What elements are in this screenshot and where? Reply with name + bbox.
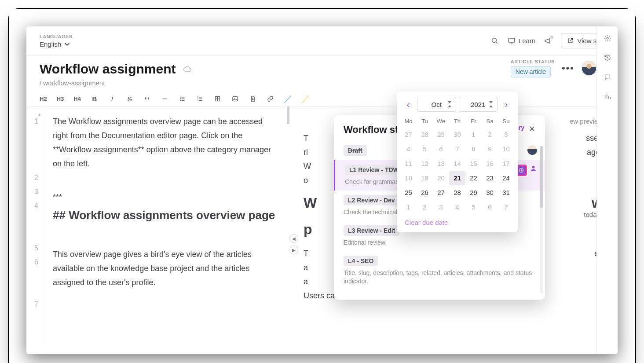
svg-text:3: 3: [198, 99, 199, 101]
calendar-day[interactable]: 28: [449, 185, 465, 200]
calendar-day[interactable]: 15: [465, 156, 482, 171]
editor-line: ***: [53, 190, 279, 204]
history-icon[interactable]: [603, 53, 612, 62]
clock-icon: [518, 167, 524, 173]
h4-button[interactable]: H4: [73, 95, 81, 102]
calendar-day[interactable]: 30: [482, 185, 498, 200]
calendar-day[interactable]: 6: [433, 142, 449, 156]
calendar-day[interactable]: 25: [400, 185, 417, 200]
dow-label: Th: [449, 115, 465, 127]
calendar-day[interactable]: 12: [417, 156, 433, 171]
language-value: English: [40, 40, 61, 48]
calendar-day[interactable]: 16: [482, 156, 498, 171]
calendar-day[interactable]: 1: [400, 200, 417, 214]
svg-point-12: [604, 95, 605, 96]
svg-point-4: [180, 100, 181, 101]
workflow-scrollbar[interactable]: [540, 146, 543, 293]
calendar-day[interactable]: 18: [400, 171, 417, 185]
calendar-day[interactable]: 24: [498, 171, 514, 185]
calendar-day[interactable]: 13: [433, 156, 449, 171]
calendar-day[interactable]: 3: [433, 200, 449, 214]
calendar-day[interactable]: 21: [449, 171, 465, 185]
ordered-list-button[interactable]: 123: [196, 95, 204, 103]
table-button[interactable]: [214, 95, 222, 103]
image-button[interactable]: [231, 95, 239, 103]
calendar-day[interactable]: 14: [449, 156, 465, 171]
calendar-day[interactable]: 11: [400, 156, 417, 171]
svg-rect-1: [509, 38, 515, 42]
calendar-day[interactable]: 1: [465, 127, 482, 142]
calendar-day[interactable]: 7: [449, 142, 465, 156]
calendar-day[interactable]: 29: [433, 127, 449, 142]
link-button[interactable]: [267, 95, 274, 103]
dow-label: Sa: [482, 115, 498, 127]
highlight-yellow-button[interactable]: ／: [302, 95, 310, 103]
calendar-day[interactable]: 27: [400, 127, 417, 142]
calendar-day[interactable]: 10: [498, 142, 514, 156]
file-button[interactable]: [249, 95, 257, 103]
calendar-day[interactable]: 30: [449, 127, 465, 142]
next-month-button[interactable]: ›: [500, 98, 512, 110]
announcements-button[interactable]: [544, 37, 552, 45]
editor-line: The Workflow assignments overview page c…: [53, 114, 279, 171]
calendar-day[interactable]: 8: [465, 142, 482, 156]
language-selector[interactable]: English: [40, 40, 73, 48]
calendar-day[interactable]: 4: [449, 200, 465, 214]
calendar-day[interactable]: 6: [482, 200, 498, 214]
clear-due-date-link[interactable]: Clear due date: [400, 214, 514, 227]
svg-point-11: [607, 37, 608, 39]
calendar-day[interactable]: 27: [433, 185, 449, 200]
formatting-toolbar: H2 H3 H4 B I S 123 ／ ／: [26, 91, 618, 106]
external-link-icon: [567, 37, 574, 44]
article-slug: / workflow-assignment: [40, 79, 604, 87]
analytics-icon[interactable]: [603, 92, 612, 101]
unordered-list-button[interactable]: [179, 95, 187, 103]
more-menu-button[interactable]: •••: [562, 62, 574, 74]
close-icon[interactable]: ✕: [529, 124, 535, 134]
stage-description: Editorial review.: [344, 238, 535, 247]
strikethrough-button[interactable]: S: [126, 95, 134, 103]
calendar-day[interactable]: 2: [482, 127, 498, 142]
month-select[interactable]: Oct: [417, 97, 456, 112]
datepicker-popup: ‹ Oct 2021 › MoTuWeThFrSaSu2728293012345…: [397, 92, 518, 232]
assign-user-icon[interactable]: [530, 165, 537, 176]
calendar-day[interactable]: 9: [482, 142, 498, 156]
workflow-stage[interactable]: L4 - SEO Title, slug, description, tags,…: [334, 251, 545, 290]
year-select[interactable]: 2021: [459, 97, 498, 112]
learn-button[interactable]: Learn: [508, 37, 535, 45]
calendar-day[interactable]: 20: [433, 171, 449, 185]
highlight-button[interactable]: ／: [284, 95, 292, 103]
calendar-day[interactable]: 28: [417, 127, 433, 142]
article-status-pill[interactable]: New article: [511, 66, 551, 77]
calendar-day[interactable]: 23: [482, 171, 498, 185]
calendar-day[interactable]: 2: [417, 200, 433, 214]
calendar-day[interactable]: 4: [400, 142, 417, 156]
quote-button[interactable]: [143, 95, 151, 103]
line-gutter: 1 2 3 4 5 6 7: [26, 106, 43, 345]
calendar-day[interactable]: 29: [465, 185, 482, 200]
calendar-day[interactable]: 5: [465, 200, 482, 214]
settings-icon[interactable]: [603, 33, 612, 43]
calendar-day[interactable]: 22: [465, 171, 482, 185]
calendar-day[interactable]: 3: [498, 127, 514, 142]
h3-button[interactable]: H3: [57, 95, 64, 102]
search-button[interactable]: [491, 37, 499, 45]
prev-month-button[interactable]: ‹: [402, 98, 414, 110]
comments-icon[interactable]: [603, 72, 612, 82]
split-handle-right[interactable]: ▶: [289, 246, 298, 254]
calendar-day[interactable]: 31: [498, 185, 514, 200]
h2-button[interactable]: H2: [40, 95, 47, 102]
bold-button[interactable]: B: [91, 95, 99, 103]
split-handle-left[interactable]: ◀: [289, 234, 298, 243]
calendar-day[interactable]: 26: [417, 185, 433, 200]
markdown-editor[interactable]: The Workflow assignments overview page c…: [43, 106, 289, 345]
calendar-day[interactable]: 17: [498, 156, 514, 171]
horizontal-rule-button[interactable]: [161, 95, 169, 103]
editor-line: This overview page gives a bird's eye vi…: [53, 247, 279, 290]
calendar-day[interactable]: 7: [498, 200, 514, 214]
calendar-day[interactable]: 5: [417, 142, 433, 156]
stage-pill: L4 - SEO: [344, 256, 378, 266]
italic-button[interactable]: I: [108, 95, 116, 103]
dow-label: Mo: [400, 115, 417, 127]
calendar-day[interactable]: 19: [417, 171, 433, 185]
